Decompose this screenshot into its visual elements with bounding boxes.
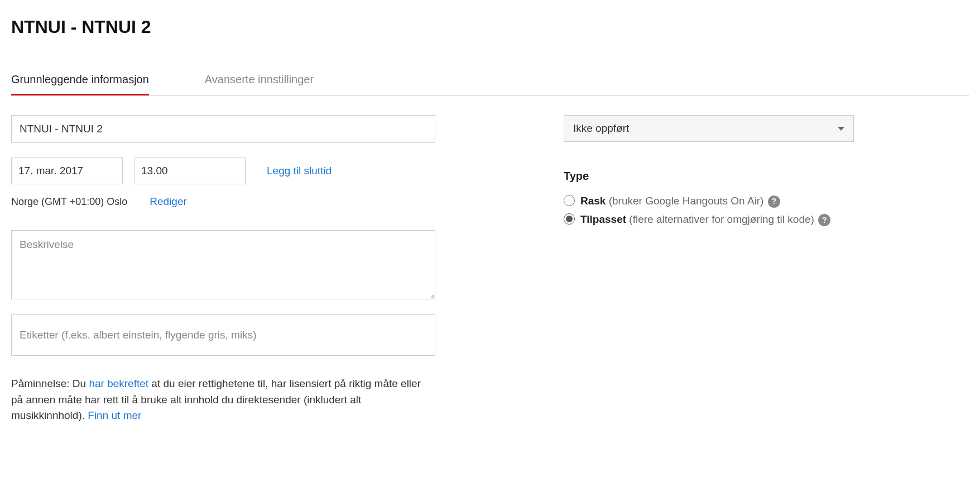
radio-custom-rest: (flere alternativer for omgjøring til ko… — [626, 213, 817, 225]
radio-quick-label: Rask (bruker Google Hangouts On Air) ? — [580, 193, 780, 209]
left-column: Legg til sluttid Norge (GMT +01:00) Oslo… — [11, 115, 435, 424]
radio-quick-rest: (bruker Google Hangouts On Air) — [606, 195, 766, 207]
right-column: Ikke oppført Type Rask (bruker Google Ha… — [564, 115, 854, 424]
type-heading: Type — [564, 170, 854, 183]
timezone-row: Norge (GMT +01:00) Oslo Rediger — [11, 195, 435, 208]
radio-custom-label: Tilpasset (flere alternativer for omgjør… — [580, 211, 830, 227]
tabs: Grunnleggende informasjon Avanserte inns… — [11, 65, 969, 96]
help-icon[interactable]: ? — [768, 195, 780, 208]
learn-more-link[interactable]: Finn ut mer — [88, 409, 141, 421]
chevron-down-icon — [838, 127, 844, 131]
page-title: NTNUI - NTNUI 2 — [11, 17, 969, 37]
confirmed-link[interactable]: har bekreftet — [89, 378, 148, 389]
radio-quick-bold: Rask — [580, 195, 606, 207]
privacy-selected-label: Ikke oppført — [573, 122, 629, 135]
reminder-prefix: Påminnelse: Du — [11, 378, 89, 389]
radio-custom-bold: Tilpasset — [580, 213, 626, 225]
time-input[interactable] — [134, 158, 246, 184]
tab-advanced-settings[interactable]: Avanserte innstillinger — [205, 65, 314, 96]
reminder-text: Påminnelse: Du har bekreftet at du eier … — [11, 376, 435, 424]
help-icon[interactable]: ? — [818, 214, 830, 226]
type-option-quick[interactable]: Rask (bruker Google Hangouts On Air) ? — [564, 193, 854, 209]
radio-quick[interactable] — [564, 195, 575, 206]
add-end-time-link[interactable]: Legg til sluttid — [267, 165, 332, 177]
date-input[interactable] — [11, 158, 123, 184]
edit-timezone-link[interactable]: Rediger — [150, 195, 187, 208]
title-input[interactable] — [11, 115, 435, 143]
privacy-dropdown[interactable]: Ikke oppført — [564, 115, 854, 142]
tab-basic-info[interactable]: Grunnleggende informasjon — [11, 65, 149, 96]
type-option-custom[interactable]: Tilpasset (flere alternativer for omgjør… — [564, 211, 854, 227]
tags-input[interactable] — [11, 314, 435, 356]
description-textarea[interactable] — [11, 230, 435, 299]
radio-custom[interactable] — [564, 213, 575, 225]
datetime-row: Legg til sluttid — [11, 158, 435, 184]
timezone-label: Norge (GMT +01:00) Oslo — [11, 196, 127, 208]
